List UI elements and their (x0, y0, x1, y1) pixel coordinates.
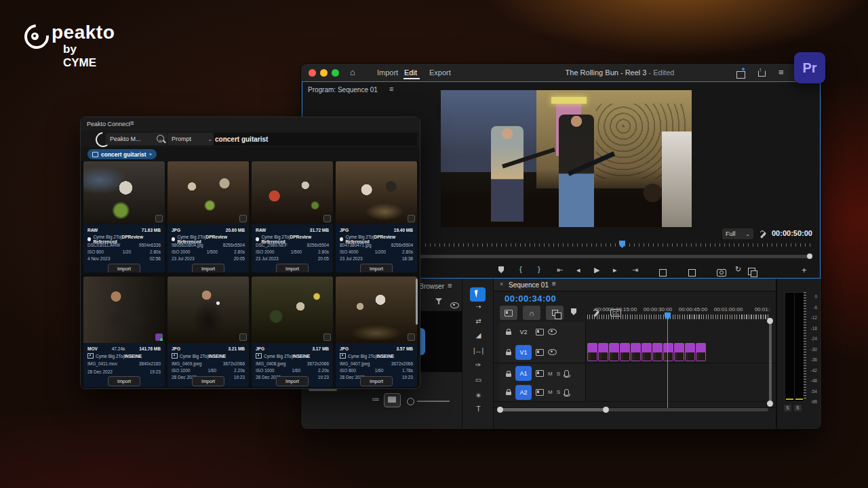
timeline-clip[interactable] (631, 343, 641, 361)
timeline-clip[interactable] (685, 343, 695, 361)
close-sequence-icon[interactable]: × (500, 281, 503, 287)
timeline-clip[interactable] (609, 343, 619, 361)
type-tool[interactable]: T (462, 405, 494, 413)
app-menu-icon[interactable]: ≡ (778, 67, 784, 77)
voiceover-mic-icon[interactable] (564, 389, 569, 396)
asset-thumbnail[interactable] (167, 277, 249, 343)
asset-thumbnail[interactable] (83, 277, 165, 343)
timeline-vscroll-thumb[interactable] (769, 321, 772, 405)
timeline-clip[interactable] (598, 343, 608, 361)
insert-overwrite-button[interactable] (500, 306, 517, 320)
source-patch-icon[interactable] (536, 349, 544, 356)
timeline-hscroll-handle-right[interactable] (603, 407, 609, 413)
linked-selection-button[interactable] (546, 306, 564, 320)
razor-tool[interactable]: ◢ (462, 331, 494, 339)
search-input[interactable] (214, 133, 417, 146)
asset-thumbnail[interactable] (336, 161, 417, 224)
import-button[interactable]: Import (276, 264, 309, 272)
thumbnail-size-slider-knob[interactable] (407, 398, 414, 405)
timeline-ruler-ticks[interactable] (587, 314, 768, 319)
close-window-button[interactable] (309, 69, 316, 77)
asset-thumbnail[interactable] (83, 161, 165, 224)
extract-icon[interactable] (688, 269, 696, 277)
step-forward-icon[interactable]: ▸ (613, 266, 617, 274)
go-to-out-icon[interactable]: ⇥ (632, 266, 638, 274)
asset-card[interactable]: RAW31.72 MB Cyme Big 2To|DPReview Refere… (252, 161, 333, 272)
asset-thumbnail[interactable] (336, 277, 417, 343)
track-row-v2[interactable]: V2 (494, 322, 776, 342)
timeline-clip[interactable] (652, 343, 663, 361)
mark-in-icon[interactable]: { (519, 265, 522, 273)
asset-card[interactable]: JPG3.57 MB Cyme Big 2To|INSEINE IMG_0407… (336, 277, 417, 387)
list-view-icon[interactable]: ≔ (372, 394, 380, 404)
track-header-a2[interactable]: A2MS (499, 383, 586, 401)
mute-button[interactable]: M (548, 389, 553, 395)
source-patch-icon[interactable] (536, 370, 544, 377)
timeline-hscroll-thumb[interactable] (499, 408, 606, 411)
media-browser-menu-icon[interactable]: ≡ (448, 281, 452, 289)
add-marker-icon[interactable] (498, 266, 504, 273)
premiere-pro-app-icon[interactable]: Pr (794, 52, 825, 83)
track-row-a1[interactable]: A1MS (494, 364, 776, 384)
program-scrollbar-handle[interactable] (807, 253, 812, 259)
track-select-forward-tool[interactable]: ⇢ (462, 303, 494, 310)
program-playhead-marker[interactable] (619, 241, 625, 248)
lock-icon[interactable] (506, 349, 511, 355)
tab-import[interactable]: Import (377, 68, 398, 77)
solo-button[interactable]: S (557, 371, 560, 377)
loop-icon[interactable]: ↻ (735, 265, 741, 274)
asset-card[interactable]: MOV47.24s141.76 MB Cyme Big 2To|INSEINE … (83, 277, 165, 387)
go-to-in-icon[interactable]: ⇤ (557, 266, 563, 274)
asset-card[interactable]: JPG19.40 MB Cyme Big 2To|DPReview Refere… (336, 161, 417, 272)
solo-button[interactable]: S (557, 389, 560, 395)
asset-card[interactable]: JPG20.60 MB Cyme Big 2To|DPReview Refere… (167, 161, 249, 272)
lock-icon[interactable] (506, 371, 511, 377)
home-icon[interactable]: ⌂ (350, 67, 355, 77)
lift-icon[interactable] (659, 269, 667, 277)
timeline-clip[interactable] (587, 343, 597, 361)
timeline-vscroll-handle-top[interactable] (767, 318, 773, 324)
source-patch-icon[interactable] (536, 389, 544, 396)
rectangle-tool[interactable]: ▭ (462, 376, 494, 384)
search-tag-pill[interactable]: concert guitarist × (87, 149, 157, 159)
settings-wrench-icon[interactable] (760, 232, 767, 239)
timeline-marker-icon[interactable] (571, 308, 576, 315)
program-panel-menu-icon[interactable]: ≡ (389, 85, 393, 93)
import-button[interactable]: Import (192, 376, 224, 386)
mute-button[interactable]: M (548, 371, 553, 377)
hand-tool[interactable]: ✳ (462, 392, 494, 399)
snap-magnet-button[interactable]: ∩ (523, 306, 540, 320)
track-header-a1[interactable]: A1MS (499, 364, 586, 383)
lock-icon[interactable] (506, 389, 511, 395)
toggle-track-output-icon[interactable] (548, 329, 557, 335)
visibility-icon[interactable] (450, 302, 459, 308)
peakto-scrollbar-thumb[interactable] (416, 279, 418, 325)
import-button[interactable]: Import (360, 376, 393, 386)
minimize-window-button[interactable] (320, 69, 328, 77)
tab-edit[interactable]: Edit (404, 68, 417, 77)
import-button[interactable]: Import (360, 264, 393, 272)
import-button[interactable]: Import (276, 376, 309, 386)
asset-thumbnail[interactable] (252, 277, 333, 343)
search-mode-dropdown[interactable]: Prompt⌄ (167, 133, 216, 145)
import-button[interactable]: Import (108, 264, 140, 272)
tab-export[interactable]: Export (429, 68, 451, 77)
toggle-track-output-icon[interactable] (548, 349, 557, 355)
solo-right-button[interactable]: S (794, 405, 802, 411)
track-header-v1[interactable]: V1 (499, 342, 586, 363)
timeline-hscroll-handle-left[interactable] (497, 407, 503, 413)
source-patch-icon[interactable] (536, 329, 544, 336)
workspace-icon[interactable] (736, 69, 745, 81)
timeline-clip[interactable] (696, 343, 706, 361)
asset-thumbnail[interactable] (252, 161, 333, 224)
asset-card[interactable]: JPG3.21 MB Cyme Big 2To|INSEINE IMG_0409… (167, 277, 249, 387)
track-badge[interactable]: A2 (515, 385, 532, 400)
thumbnail-size-slider[interactable] (417, 401, 450, 402)
add-button-icon[interactable]: + (802, 265, 807, 275)
track-badge[interactable]: V2 (515, 325, 532, 340)
comparison-view-icon[interactable] (748, 268, 755, 275)
import-button[interactable]: Import (108, 376, 140, 386)
solo-left-button[interactable]: S (784, 405, 791, 411)
program-panel-header[interactable]: Program: Sequence 01 (308, 86, 378, 94)
thumbnail-view-button[interactable] (384, 393, 401, 407)
